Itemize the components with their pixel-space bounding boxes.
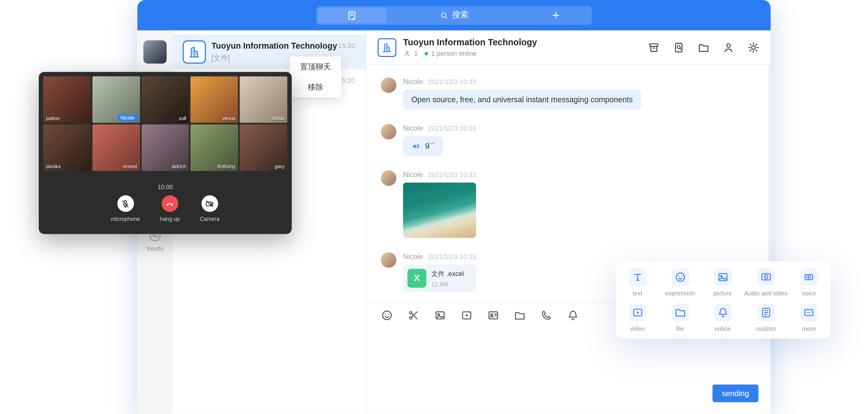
notify-button[interactable] bbox=[567, 309, 579, 322]
message-time: 2021/12/3 10:33 bbox=[428, 78, 476, 86]
popover-item-audio-video[interactable]: Audio and video bbox=[744, 268, 788, 296]
user-avatar[interactable] bbox=[143, 40, 166, 63]
participant-tile[interactable]: ernest bbox=[92, 124, 140, 171]
contact-card-button[interactable] bbox=[487, 309, 499, 322]
person-icon bbox=[722, 41, 735, 54]
text-icon bbox=[631, 271, 644, 283]
popover-item-expression[interactable]: expression bbox=[665, 268, 695, 296]
popover-item-video[interactable]: video bbox=[628, 304, 646, 332]
participant-tile[interactable]: danika bbox=[43, 124, 91, 171]
participant-tile[interactable]: Anthony bbox=[191, 124, 238, 171]
id-card-icon bbox=[487, 309, 499, 322]
participant-tile[interactable]: Nicole bbox=[92, 76, 140, 123]
participant-name: venus bbox=[222, 116, 235, 121]
online-dot bbox=[425, 52, 428, 55]
picture-icon bbox=[717, 271, 729, 283]
members-icon bbox=[403, 50, 410, 57]
voice-icon bbox=[803, 271, 815, 283]
emoji-button[interactable] bbox=[381, 309, 393, 322]
popover-item-picture[interactable]: picture bbox=[714, 268, 732, 296]
group-files-button[interactable] bbox=[698, 41, 710, 54]
add-button[interactable]: + bbox=[522, 7, 590, 23]
group-avatar bbox=[183, 40, 206, 63]
settings-button[interactable] bbox=[747, 41, 760, 54]
audio-video-icon bbox=[760, 271, 772, 283]
folder-icon bbox=[698, 41, 710, 54]
popover-item-notice[interactable]: notice bbox=[714, 304, 732, 332]
participant-name: Nicole bbox=[118, 115, 137, 121]
conversation-time: 15:20 bbox=[338, 42, 355, 50]
chat-panel: Tuoyun Information Technology 1 1 person… bbox=[367, 31, 771, 414]
search-icon bbox=[439, 11, 448, 20]
screenshot-button[interactable] bbox=[407, 309, 420, 322]
menu-item-pin-chat[interactable]: 置顶聊天 bbox=[290, 56, 341, 77]
call-button[interactable] bbox=[540, 309, 553, 322]
archive-button[interactable] bbox=[648, 41, 660, 54]
participant-name: Anthony bbox=[217, 164, 235, 169]
group-members-button[interactable] bbox=[722, 41, 735, 54]
message-time: 2021/12/3 10:33 bbox=[428, 171, 476, 179]
file-button[interactable] bbox=[514, 309, 526, 322]
search-placeholder: 搜索 bbox=[452, 10, 468, 20]
archive-icon bbox=[648, 41, 660, 54]
chat-actions bbox=[648, 41, 760, 54]
file-attachment[interactable]: X 文件 .excel 12.8M bbox=[403, 264, 476, 292]
chat-record-button[interactable] bbox=[318, 7, 386, 23]
avatar[interactable] bbox=[381, 252, 396, 268]
participant-name: aldrich bbox=[172, 164, 186, 169]
bell-icon bbox=[567, 309, 579, 322]
popover-item-text[interactable]: text bbox=[628, 268, 646, 296]
hang-up-label: hang up bbox=[160, 216, 180, 222]
popover-item-voice[interactable]: voice bbox=[800, 268, 818, 296]
trends-label: trends bbox=[137, 245, 173, 252]
popover-item-custom[interactable]: custom bbox=[756, 304, 776, 332]
avatar[interactable] bbox=[381, 124, 396, 139]
building-icon bbox=[188, 45, 201, 58]
smiley-icon bbox=[674, 271, 686, 283]
search-input[interactable]: 搜索 bbox=[386, 10, 522, 20]
avatar[interactable] bbox=[381, 77, 396, 93]
call-controls: microphone hang up Camera bbox=[43, 195, 287, 222]
participant-tile[interactable]: venus bbox=[191, 76, 238, 123]
message-sender: Nicole bbox=[403, 124, 423, 132]
message-sender: Nicole bbox=[403, 252, 423, 261]
camera-toggle[interactable]: Camera bbox=[200, 195, 219, 222]
folder-icon bbox=[674, 306, 686, 319]
voice-bubble[interactable]: 9`` bbox=[403, 136, 443, 156]
avatar[interactable] bbox=[381, 170, 396, 186]
menu-item-remove[interactable]: 移除 bbox=[290, 77, 341, 97]
folder-icon bbox=[514, 309, 526, 322]
conversation-title: Tuoyun Information Technology bbox=[212, 41, 337, 50]
chat-record-search-button[interactable] bbox=[673, 41, 685, 54]
image-button[interactable] bbox=[434, 309, 446, 322]
top-toolbar: 搜索 + bbox=[316, 6, 592, 25]
top-bar: 搜索 + bbox=[137, 0, 771, 31]
speaker-icon bbox=[411, 141, 421, 151]
participant-tile[interactable]: stellar bbox=[240, 76, 287, 123]
mic-off-icon bbox=[121, 199, 130, 209]
participant-tile[interactable]: patton bbox=[43, 76, 91, 123]
participant-tile[interactable]: gary bbox=[240, 124, 287, 171]
image-attachment[interactable] bbox=[403, 183, 476, 238]
conversation-context-menu: 置顶聊天 移除 bbox=[290, 56, 341, 97]
popover-item-more[interactable]: more bbox=[800, 304, 818, 332]
send-button[interactable]: sending bbox=[712, 384, 758, 402]
message-text: Nicole 2021/12/3 10:33 Open source, free… bbox=[381, 77, 756, 109]
online-status: 1 person online bbox=[431, 50, 476, 57]
message-input[interactable] bbox=[367, 327, 771, 414]
message-type-popover: text expression picture Audio and video … bbox=[616, 261, 830, 339]
hang-up-button[interactable]: hang up bbox=[160, 195, 180, 222]
message-voice: Nicole 2021/12/3 10:33 9`` bbox=[381, 124, 756, 156]
call-timer: 10:00 bbox=[43, 184, 287, 190]
participant-tile[interactable]: zoll bbox=[142, 76, 189, 123]
message-bubble[interactable]: Open source, free, and universal instant… bbox=[403, 90, 641, 110]
popover-item-file[interactable]: file bbox=[671, 304, 689, 332]
participant-name: stellar bbox=[271, 116, 284, 121]
microphone-label: microphone bbox=[111, 216, 140, 222]
message-image: Nicole 2021/12/3 10:33 bbox=[381, 170, 756, 238]
microphone-toggle[interactable]: microphone bbox=[111, 195, 140, 222]
video-button[interactable] bbox=[461, 309, 473, 322]
participant-tile[interactable]: aldrich bbox=[142, 124, 189, 171]
participant-name: zoll bbox=[179, 116, 186, 121]
message-sender: Nicole bbox=[403, 77, 423, 86]
